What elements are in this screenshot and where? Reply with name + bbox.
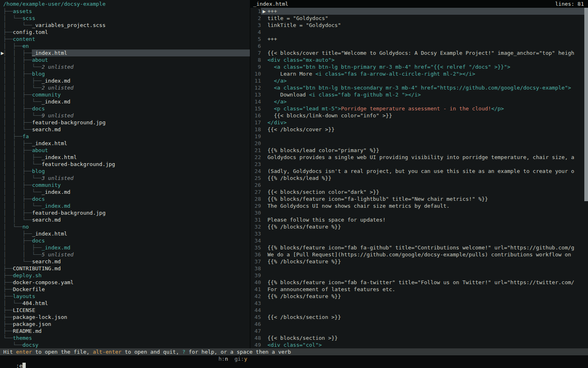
tree-row-file[interactable]: │ │ ├──featured-background.jpg <box>0 119 250 126</box>
tree-row-dir[interactable]: │ │ ├──docs <box>0 105 250 112</box>
preview-scrollbar[interactable] <box>584 8 588 201</box>
tree-row-file[interactable]: ├──CONTRIBUTING.md <box>0 265 250 272</box>
code-line-body: Please follow this space for updates! <box>261 216 588 223</box>
tree-entry-label: _index.md <box>42 202 70 209</box>
code-text: (Sadly, Goldydocs isn't a real project, … <box>267 168 588 175</box>
tree-row-file[interactable]: │ │ │ └──_index.md <box>0 188 250 195</box>
tree-row-file[interactable]: ▶│ │ ├──_index.html <box>0 49 250 56</box>
line-selection-marker <box>261 49 267 56</box>
code-text <box>267 265 588 272</box>
code-line: 8 <div class="mx-auto"> <box>250 56 588 63</box>
tree-row-dir[interactable]: │ └──scss <box>0 15 250 22</box>
tree-row-unlisted[interactable]: │ │ │ └──9 unlisted <box>0 112 250 119</box>
tree-row-dir[interactable]: │ ├──docs <box>0 237 250 244</box>
tree-row-file[interactable]: ├──docker-compose.yaml <box>0 279 250 286</box>
tree-branch-lines: │ ├── <box>3 43 22 49</box>
tree-row-file[interactable]: │ ├──_index.html <box>0 230 250 237</box>
tree-row-unlisted[interactable]: │ │ │ └──2 unlisted <box>0 63 250 70</box>
line-number: 19 <box>250 133 261 140</box>
tree-branch-lines: ├── <box>3 265 13 272</box>
line-selection-marker <box>261 168 267 175</box>
line-number: 18 <box>250 126 261 133</box>
tree-row-file[interactable]: ├──package-lock.json <box>0 314 250 321</box>
tree-row-dir[interactable]: ├──layouts <box>0 293 250 300</box>
tree-row-file[interactable]: │ │ │ └──featured-background.jpg <box>0 161 250 168</box>
tree-entry-label: docs <box>32 105 45 112</box>
line-number: 10 <box>250 70 261 77</box>
line-number: 34 <box>250 237 261 244</box>
code-line-body: linkTitle = "Goldydocs" <box>261 22 588 29</box>
tree-branch-lines: ├── <box>3 307 13 314</box>
tree-row-file[interactable]: │ └──search.md <box>0 258 250 265</box>
tree-row-dir[interactable]: └──themes <box>0 334 250 341</box>
tree-row-dir[interactable]: │ │ ├──docs <box>0 195 250 202</box>
tree-row-file[interactable]: ├──Dockerfile <box>0 286 250 293</box>
command-line[interactable]: :e h:n gi:y <box>0 355 588 368</box>
line-selection-marker <box>261 22 267 29</box>
tree-row-dir[interactable]: │ │ ├──blog <box>0 168 250 175</box>
tree-row-file[interactable]: ├──LICENSE <box>0 307 250 314</box>
code-line-body: <a class="btn btn-lg btn-secondary mr-3 … <box>261 84 588 91</box>
line-number: 1 <box>250 8 261 15</box>
tree-row-dir[interactable]: ├──assets <box>0 8 250 15</box>
tree-entry-label: Dockerfile <box>13 286 45 293</box>
code-line: 7 {{< blocks/cover title="Welcome to Gol… <box>250 49 588 56</box>
tree-row-file[interactable]: │ │ ├──_index.md <box>0 244 250 251</box>
tree-row-file[interactable]: │ │ └──search.md <box>0 216 250 223</box>
tree-row-dir[interactable]: │ ├──fa <box>0 133 250 140</box>
tree-entry-label: scss <box>22 15 35 22</box>
tree-branch-lines: │ │ └── <box>3 126 32 133</box>
tree-row-file[interactable]: │ │ ├──featured-background.jpg <box>0 209 250 216</box>
line-selection-marker <box>261 195 267 202</box>
tree-row-file[interactable]: │ │ │ ├──_index.md <box>0 77 250 84</box>
code-text: <a class="btn btn-lg btn-primary mr-3 mb… <box>267 63 588 70</box>
code-segment: title = "Goldydocs" <box>267 15 328 21</box>
tree-row-dir[interactable]: │ │ ├──blog <box>0 70 250 77</box>
tree-row-dir[interactable]: ├──content <box>0 36 250 43</box>
tree-entry-label: search.md <box>32 216 60 223</box>
tree-row-dir[interactable]: │ ├──en <box>0 43 250 49</box>
tree-row-unlisted[interactable]: │ │ └──5 unlisted <box>0 251 250 258</box>
code-segment: {{% /blocks/feature %}} <box>267 258 341 265</box>
tree-row-file[interactable]: ├──deploy.sh <box>0 272 250 279</box>
tree-row-file[interactable]: ├──README.md <box>0 328 250 334</box>
tree-row-file[interactable]: │ └──404.html <box>0 300 250 307</box>
tree-entry-label: blog <box>32 168 45 175</box>
tree-row-unlisted[interactable]: │ │ │ └──2 unlisted <box>0 84 250 91</box>
code-line-body: {{< /blocks/section >}} <box>261 314 588 321</box>
tree-entry-label: content <box>13 36 35 43</box>
code-text <box>267 328 588 334</box>
mode-flag: h: <box>218 356 225 362</box>
tree-row-file[interactable]: ├──config.toml <box>0 29 250 36</box>
tree-branch-lines: │ │ ├── <box>3 70 32 77</box>
command-input[interactable]: :e <box>16 363 22 368</box>
tree-row-file[interactable]: │ └──_variables_project.scss <box>0 22 250 29</box>
root-path[interactable]: /home/example-user/docsy-example <box>0 0 250 7</box>
tree-row-dir[interactable]: │ │ ├──about <box>0 56 250 63</box>
tree-row-file[interactable]: │ │ │ └──_index.md <box>0 98 250 105</box>
tree-row-dir[interactable]: │ │ ├──community <box>0 91 250 98</box>
code-line: 10 Learn More <i class="fas fa-arrow-alt… <box>250 70 588 77</box>
broot-window: /home/example-user/docsy-example _index.… <box>0 0 588 368</box>
code-line-body: Goldydocs provides a single web UI provi… <box>261 154 588 161</box>
tree-row-dir[interactable]: │ └──no <box>0 223 250 230</box>
tree-branch-lines: │ └── <box>3 22 32 29</box>
line-number: 7 <box>250 49 261 56</box>
tree-row-dir[interactable]: └──docsy <box>0 341 250 348</box>
tree-row-unlisted[interactable]: │ │ │ └──3 unlisted <box>0 175 250 182</box>
tree-entry-label: 404.html <box>22 300 48 307</box>
tree-row-file[interactable]: │ │ └──search.md <box>0 126 250 133</box>
code-segment: </a> <box>267 78 287 84</box>
line-selection-marker <box>261 175 267 182</box>
tree-row-file[interactable]: │ │ │ └──_index.md <box>0 202 250 209</box>
tree-row-file[interactable]: ├──package.json <box>0 321 250 328</box>
code-line: 24 (Sadly, Goldydocs isn't a real projec… <box>250 168 588 175</box>
line-number: 29 <box>250 202 261 209</box>
tree-row-dir[interactable]: │ │ ├──about <box>0 147 250 154</box>
tree-row-file[interactable]: │ │ │ ├──_index.html <box>0 154 250 161</box>
line-number: 15 <box>250 105 261 112</box>
tree-row-dir[interactable]: │ │ ├──community <box>0 182 250 188</box>
tree-branch-lines: │ │ ├── <box>3 244 42 251</box>
tree-row-file[interactable]: │ │ ├──_index.html <box>0 140 250 147</box>
status-text: to open and quit, <box>122 349 183 355</box>
